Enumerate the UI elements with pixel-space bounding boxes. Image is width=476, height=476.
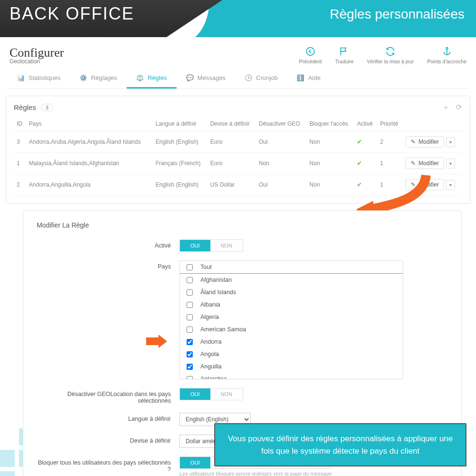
country-checkbox[interactable] xyxy=(187,314,193,320)
col-header: ID xyxy=(14,117,26,131)
help-icon: ℹ️ xyxy=(297,74,304,81)
pencil-icon: ✎ xyxy=(411,160,416,167)
label-disable-geo: Désactiver GEOLocation dans les pays sél… xyxy=(37,388,179,404)
country-option[interactable]: Angola xyxy=(180,348,403,360)
banner-title: BACK OFFICE xyxy=(10,4,134,24)
reload-icon[interactable]: ⟳ xyxy=(456,103,462,112)
country-checkbox[interactable] xyxy=(187,289,193,296)
label-pays: Pays xyxy=(37,260,179,270)
svg-marker-10 xyxy=(146,335,167,348)
add-icon[interactable]: ＋ xyxy=(442,103,449,112)
top-banner: BACK OFFICE Règles personnalisées xyxy=(0,0,476,37)
svg-rect-0 xyxy=(0,450,15,467)
arrow-pointer-icon xyxy=(146,335,167,348)
country-checkbox[interactable] xyxy=(187,327,193,333)
col-header: Pays xyxy=(26,117,153,131)
anchor-icon xyxy=(442,46,452,57)
modify-button[interactable]: ✎ Modifier xyxy=(406,179,444,190)
col-header xyxy=(403,117,462,131)
check-icon: ✔ xyxy=(357,139,362,145)
table-row[interactable]: 2Andorra,Anguilla,AngolaEnglish (English… xyxy=(14,174,462,196)
label-block: Bloquer tous les utilisateurs des pays s… xyxy=(37,456,179,473)
label-lang: Langue à définir xyxy=(37,413,179,422)
label-currency: Devise à définir xyxy=(37,435,179,444)
settings-icon: ⚙️ xyxy=(79,74,87,81)
country-option[interactable]: Anguilla xyxy=(180,360,403,373)
country-checkbox[interactable] xyxy=(187,264,193,270)
col-header: Activé xyxy=(354,117,377,131)
label-active: Activé xyxy=(37,239,179,249)
pencil-icon: ✎ xyxy=(411,139,416,145)
check-icon: ✔ xyxy=(357,160,362,167)
modify-button[interactable]: ✎ Modifier xyxy=(406,136,444,148)
col-header: Désactiver GEO xyxy=(256,117,307,131)
stats-icon: 📊 xyxy=(17,74,25,81)
table-row[interactable]: 1Malaysia,Åland Islands,AfghanistanFranç… xyxy=(14,153,462,174)
tab-settings[interactable]: ⚙️Réglages xyxy=(70,69,127,89)
tab-cronjob[interactable]: 🕒Cronjob xyxy=(235,69,288,89)
country-checkbox[interactable] xyxy=(187,364,193,370)
dropdown-caret[interactable]: ▾ xyxy=(446,180,455,190)
country-checkbox[interactable] xyxy=(187,302,193,308)
country-checkbox[interactable] xyxy=(187,339,193,345)
cronjob-icon: 🕒 xyxy=(245,74,252,81)
modify-button[interactable]: ✎ Modifier xyxy=(406,158,444,169)
edit-title: Modifier La Règle xyxy=(37,221,448,229)
country-option[interactable]: Albania xyxy=(180,298,403,311)
check-icon: ✔ xyxy=(357,181,362,188)
flag-icon xyxy=(339,46,349,57)
country-option[interactable]: Algeria xyxy=(180,311,403,323)
info-callout: Vous pouvez définir des règles personnal… xyxy=(214,423,466,466)
rules-table: IDPaysLangue à définirDevise à définirDé… xyxy=(14,117,462,196)
country-checkbox[interactable] xyxy=(187,376,193,380)
arrow-left-circle-icon xyxy=(305,46,316,57)
svg-rect-4 xyxy=(0,471,15,476)
page-header: Configurer Geolocation xyxy=(10,46,64,65)
country-option[interactable]: Åland Islands xyxy=(180,286,403,298)
country-option[interactable]: Antarctica xyxy=(180,373,403,379)
dropdown-caret[interactable]: ▾ xyxy=(446,159,455,169)
country-option[interactable]: Afghanistan xyxy=(180,274,403,286)
country-option[interactable]: American Samoa xyxy=(180,323,403,336)
rules-count: 3 xyxy=(41,104,53,111)
toggle-disable-geo[interactable]: OUI NON xyxy=(179,388,243,400)
col-header: Priorité xyxy=(377,117,403,131)
tab-stats[interactable]: 📊Statistiques xyxy=(8,69,70,89)
rules-panel: Règles 3 ＋ ⟳ IDPaysLangue à définirDevis… xyxy=(6,96,470,204)
dropdown-caret[interactable]: ▾ xyxy=(446,137,455,147)
country-checkbox[interactable] xyxy=(187,277,193,283)
action-hooks[interactable]: Points d'accroche xyxy=(427,46,466,64)
col-header: Bloquer l'accès xyxy=(307,117,354,131)
rules-title: Règles xyxy=(14,103,36,111)
refresh-icon xyxy=(385,46,396,57)
svg-point-8 xyxy=(446,48,448,50)
pencil-icon: ✎ xyxy=(411,181,416,188)
tab-messages[interactable]: 💬Messages xyxy=(177,69,235,89)
table-row[interactable]: 3Andorra,Aruba,Algeria,Angola,Åland Isla… xyxy=(14,131,462,153)
tab-rules[interactable]: ⚖️Règles xyxy=(127,69,176,89)
col-header: Langue à définir xyxy=(153,117,208,131)
banner-subtitle: Règles personnalisées xyxy=(330,7,465,22)
svg-point-7 xyxy=(307,48,315,56)
col-header: Devise à définir xyxy=(208,117,256,131)
action-back[interactable]: Précédent xyxy=(299,46,322,64)
action-update[interactable]: Vérifier la mise à jour xyxy=(367,46,414,64)
action-translate[interactable]: Traduire xyxy=(335,46,354,64)
country-option[interactable]: Tout xyxy=(180,261,403,274)
toggle-active[interactable]: OUI NON xyxy=(179,239,243,252)
country-checkbox[interactable] xyxy=(187,351,193,357)
rules-icon: ⚖️ xyxy=(136,74,144,81)
tab-help[interactable]: ℹ️Aide xyxy=(287,69,330,89)
block-hint: Les utilisateurs bloqués seront redirigé… xyxy=(179,471,332,476)
country-listbox[interactable]: ToutAfghanistanÅland IslandsAlbaniaAlger… xyxy=(179,260,403,379)
messages-icon: 💬 xyxy=(186,74,194,81)
country-option[interactable]: Andorra xyxy=(180,336,403,348)
